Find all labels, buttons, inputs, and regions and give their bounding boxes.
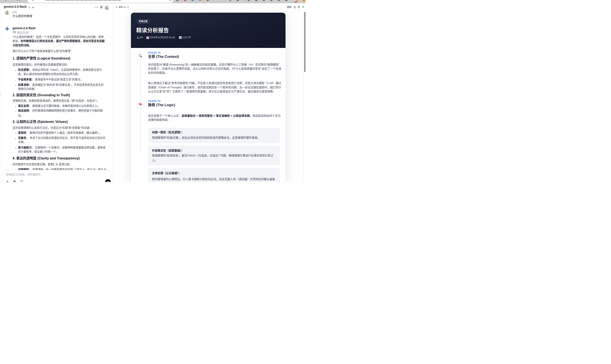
svg-text:17: 17 xyxy=(147,37,148,39)
